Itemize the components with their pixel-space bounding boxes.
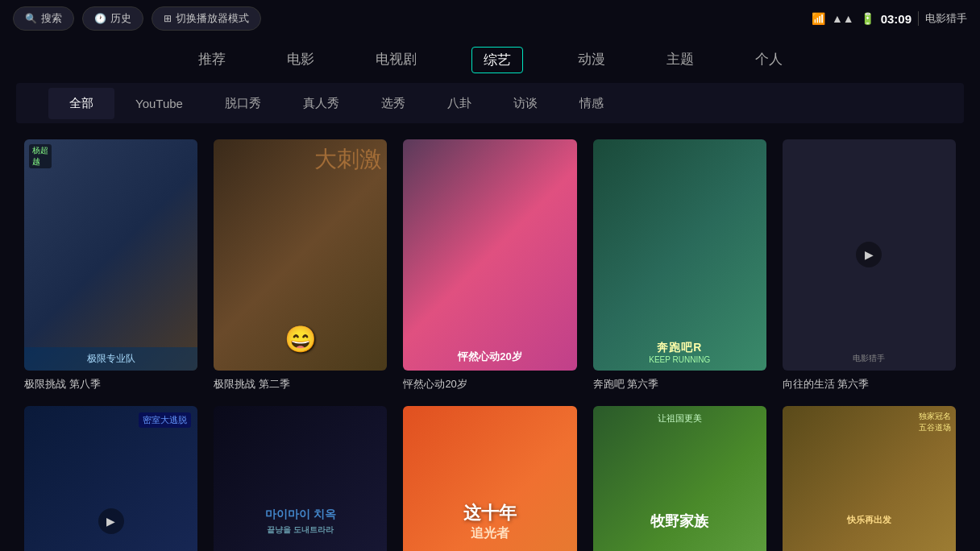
card-7[interactable]: 마이마이 치옥끝냥을 도내트라라 N号... 网络炼狱：揭发N号... xyxy=(214,406,387,551)
sub-tab-youtube[interactable]: YouTube xyxy=(114,89,204,118)
history-button[interactable]: 🕐 历史 xyxy=(82,6,143,31)
play-icon-5: ▶ xyxy=(856,242,882,267)
history-label: 历史 xyxy=(110,11,131,26)
sub-tab-realityshow[interactable]: 真人秀 xyxy=(282,88,360,119)
sub-tab-all[interactable]: 全部 xyxy=(48,88,114,119)
card-9[interactable]: 让祖国更美 牧野家族 牧野家族 牧野家族 xyxy=(593,406,766,551)
search-icon: 🔍 xyxy=(25,13,37,24)
card-6[interactable]: 密室大逃脱 ▶ 每周四中午12:00超前聚会7月14日起... 密室大逃脱 第四… xyxy=(24,406,197,551)
nav-tab-anime[interactable]: 动漫 xyxy=(571,47,612,73)
top-right-info: 📶 ▲▲ 🔋 03:09 电影猎手 xyxy=(812,11,967,26)
nav-tab-movie[interactable]: 电影 xyxy=(280,47,321,73)
search-button[interactable]: 🔍 搜索 xyxy=(13,6,74,31)
card-10[interactable]: 独家冠名五谷道场 快乐再出发 特别鸣谢搜索 快乐再出发 xyxy=(783,406,956,551)
divider xyxy=(918,11,919,26)
card-5[interactable]: ▶ 电影猎手 向往的生活 第六季 xyxy=(783,139,956,392)
card-thumb-5: ▶ 电影猎手 xyxy=(783,139,956,371)
sub-tab-talent[interactable]: 选秀 xyxy=(360,88,426,119)
card-4[interactable]: 奔跑吧R KEEP RUNNING 奔跑吧 第六季 xyxy=(593,139,766,392)
card-thumb-7: 마이마이 치옥끝냥을 도내트라라 N号... xyxy=(214,406,387,551)
battery-icon: 🔋 xyxy=(861,12,874,25)
card-thumb-10: 独家冠名五谷道场 快乐再出发 特别鸣谢搜索 xyxy=(783,406,956,551)
app-name: 电影猎手 xyxy=(925,11,967,26)
signal-icon: ▲▲ xyxy=(832,12,854,25)
card-title-2: 极限挑战 第二季 xyxy=(214,377,387,392)
history-icon: 🕐 xyxy=(94,13,106,24)
top-left-controls: 🔍 搜索 🕐 历史 ⊞ 切换播放器模式 xyxy=(13,6,261,31)
nav-tab-personal[interactable]: 个人 xyxy=(749,47,789,73)
nav-tab-tv[interactable]: 电视剧 xyxy=(369,47,423,73)
card-1[interactable]: 杨超越 极限专业队 极限挑战 第八季 xyxy=(24,139,197,392)
card-8[interactable]: 这十年 追光者 京东 这十年 追光者 xyxy=(403,406,576,551)
card-title-1: 极限挑战 第八季 xyxy=(24,377,197,392)
switch-player-label: 切换播放器模式 xyxy=(176,11,249,26)
time-display: 03:09 xyxy=(881,12,911,26)
sub-tab-gossip[interactable]: 八卦 xyxy=(426,88,492,119)
card-thumb-1: 杨超越 极限专业队 xyxy=(24,139,197,371)
card-thumb-3: 怦然心动20岁 xyxy=(403,139,576,371)
card-title-5: 向往的生活 第六季 xyxy=(783,377,956,392)
sub-tab-emotion[interactable]: 情感 xyxy=(559,88,625,119)
switch-player-button[interactable]: ⊞ 切换播放器模式 xyxy=(152,6,261,31)
sub-tab-interview[interactable]: 访谈 xyxy=(492,88,559,119)
card-thumb-9: 让祖国更美 牧野家族 牧野家族 xyxy=(593,406,766,551)
card-badge-1: 杨超越 xyxy=(29,144,52,168)
top-bar: 🔍 搜索 🕐 历史 ⊞ 切换播放器模式 📶 ▲▲ 🔋 03:09 电影猎手 xyxy=(0,0,980,37)
sub-tabs-bar: 全部 YouTube 脱口秀 真人秀 选秀 八卦 访谈 情感 xyxy=(16,83,964,123)
wifi-icon: 📶 xyxy=(812,12,825,25)
card-title-4: 奔跑吧 第六季 xyxy=(593,377,766,392)
nav-tab-theme[interactable]: 主题 xyxy=(660,47,700,73)
card-title-3: 怦然心动20岁 xyxy=(403,377,576,392)
search-label: 搜索 xyxy=(41,11,62,26)
card-thumb-4: 奔跑吧R KEEP RUNNING xyxy=(593,139,766,371)
play-icon-6: ▶ xyxy=(98,508,124,534)
card-thumb-2: 大刺激 😄 xyxy=(214,139,387,371)
nav-tab-variety[interactable]: 综艺 xyxy=(471,47,523,73)
switch-icon: ⊞ xyxy=(164,13,172,24)
sub-tab-standup[interactable]: 脱口秀 xyxy=(204,88,282,119)
card-thumb-8: 这十年 追光者 京东 xyxy=(403,406,576,551)
card-thumb-6: 密室大逃脱 ▶ 每周四中午12:00超前聚会7月14日起... xyxy=(24,406,197,551)
card-2[interactable]: 大刺激 😄 极限挑战 第二季 xyxy=(214,139,387,392)
main-nav: 推荐 电影 电视剧 综艺 动漫 主题 个人 xyxy=(0,37,980,83)
nav-tab-recommend[interactable]: 推荐 xyxy=(192,47,232,73)
content-grid: 杨超越 极限专业队 极限挑战 第八季 大刺激 😄 极限挑战 第二季 怦然心动20… xyxy=(0,123,980,551)
card-3[interactable]: 怦然心动20岁 怦然心动20岁 xyxy=(403,139,576,392)
